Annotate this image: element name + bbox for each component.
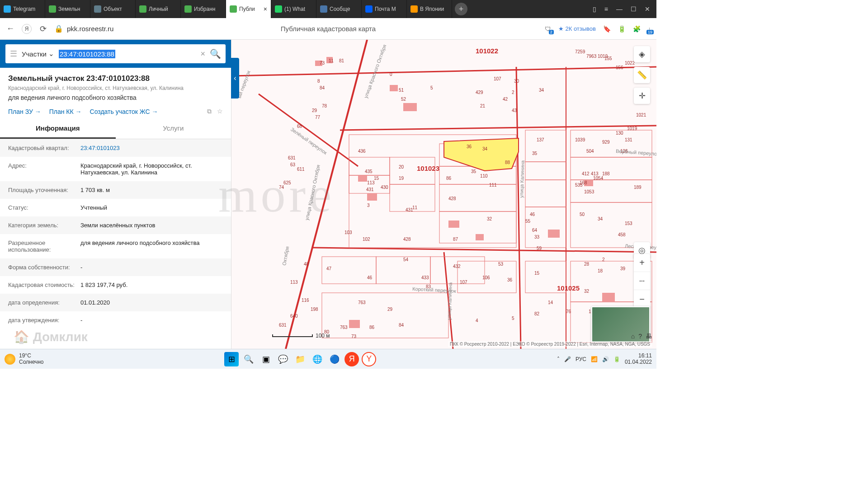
search-type-dropdown[interactable]: Участки ⌄	[22, 50, 54, 58]
lang-indicator[interactable]: РУС	[576, 356, 586, 362]
extension-icon[interactable]: 🧩	[633, 25, 641, 33]
info-key: Разрешенное использование:	[8, 239, 80, 253]
search-input[interactable]: 23:47:0101023:88	[59, 50, 115, 58]
maximize-icon[interactable]: ☐	[631, 5, 637, 13]
info-key: Адрес:	[8, 162, 80, 176]
mic-icon[interactable]: 🎤	[564, 356, 571, 362]
wifi-icon[interactable]: 📶	[591, 356, 598, 362]
svg-text:15: 15	[534, 271, 540, 276]
svg-text:188: 188	[602, 171, 610, 176]
explorer-icon[interactable]: 📁	[293, 352, 307, 366]
help-icon[interactable]: ?	[638, 333, 642, 340]
zoom-out-button[interactable]: −	[634, 290, 650, 308]
battery-icon: 🔋	[618, 25, 626, 33]
info-key: Кадастровая стоимость:	[8, 282, 80, 288]
search-taskbar-icon[interactable]: 🔍	[241, 352, 256, 366]
ruler-icon[interactable]: 📏	[634, 67, 650, 83]
svg-text:101022: 101022	[476, 47, 498, 55]
cadastral-map[interactable]: 731181 82968 05152 58478 77435431 32019 …	[231, 40, 656, 349]
svg-text:87: 87	[453, 237, 458, 242]
back-icon[interactable]: ←	[5, 24, 15, 34]
home-icon[interactable]: ⌂	[631, 333, 635, 340]
svg-text:4: 4	[476, 318, 478, 323]
url-box[interactable]: 🔒 pkk.rosreestr.ru	[54, 24, 113, 33]
new-tab-button[interactable]: +	[455, 3, 467, 15]
yandex-browser-icon[interactable]: Y	[362, 352, 376, 366]
hamburger-icon[interactable]: ☰	[10, 49, 17, 59]
browser-tab-active[interactable]: Публи×	[226, 0, 271, 18]
parcel-title: Земельный участок 23:47:0101023:88	[8, 74, 223, 83]
favorite-icon[interactable]: ☆	[217, 108, 223, 115]
yandex-icon[interactable]: Я	[22, 24, 32, 34]
start-icon[interactable]: ⊞	[224, 352, 239, 366]
info-val: Земли населённых пунктов	[80, 222, 223, 229]
layers-icon[interactable]: ◈	[634, 46, 650, 62]
search-icon[interactable]: 🔍	[210, 48, 221, 59]
reviews-link[interactable]: ★ 2К отзывов	[558, 25, 596, 32]
collapse-sidebar-button[interactable]: ‹	[231, 58, 239, 99]
bookmark-icon[interactable]: 🔖	[603, 25, 611, 33]
edge-icon[interactable]: 🌐	[310, 352, 325, 366]
browser-tab[interactable]: (1) What	[271, 0, 316, 18]
zoom-in-button[interactable]: +	[634, 254, 650, 272]
info-val: -	[80, 264, 223, 271]
svg-rect-39	[367, 193, 377, 201]
reload-icon[interactable]: ⟳	[38, 24, 48, 34]
svg-text:77: 77	[315, 115, 321, 120]
browser-tab[interactable]: Почта M	[362, 0, 407, 18]
info-key: Площадь уточненная:	[8, 187, 80, 193]
svg-rect-45	[349, 320, 360, 328]
browser-tab[interactable]: Объект	[90, 0, 136, 18]
svg-text:48: 48	[304, 262, 309, 267]
plan-kk-link[interactable]: План КК →	[49, 108, 82, 115]
minimize-icon[interactable]: —	[616, 5, 623, 13]
clear-search-icon[interactable]: ×	[200, 49, 205, 59]
tab-services[interactable]: Услуги	[116, 119, 231, 139]
volume-icon[interactable]: 🔊	[602, 356, 609, 362]
shield-icon[interactable]: 🛡	[545, 25, 551, 33]
plan-zu-link[interactable]: План ЗУ →	[8, 108, 41, 115]
copy-icon[interactable]: ⧉	[207, 108, 212, 115]
svg-text:29: 29	[312, 108, 317, 113]
browser-tab[interactable]: Сообще	[316, 0, 362, 18]
svg-text:32: 32	[487, 216, 492, 221]
svg-text:84: 84	[320, 85, 325, 90]
svg-text:53: 53	[498, 262, 504, 267]
create-parcel-link[interactable]: Создать участок ЖС →	[90, 108, 158, 115]
weather-widget[interactable]: 19°CСолнечно	[5, 353, 44, 365]
browser-tab[interactable]: Избранн	[181, 0, 226, 18]
zoom-reset-button[interactable]: ⋯	[634, 272, 650, 290]
tab-info[interactable]: Информация	[0, 119, 116, 139]
svg-text:46: 46	[530, 212, 535, 217]
info-val: Учтенный	[80, 204, 223, 211]
battery-tray-icon[interactable]: 🔋	[613, 356, 620, 362]
svg-text:763: 763	[358, 300, 366, 305]
browser-tab[interactable]: Земельн	[45, 0, 90, 18]
svg-rect-44	[602, 293, 615, 302]
browser-tab[interactable]: В Японии	[407, 0, 452, 18]
close-icon[interactable]: ×	[264, 5, 267, 13]
browser-tab[interactable]: Личный	[136, 0, 181, 18]
svg-text:8: 8	[317, 79, 320, 84]
teams-icon[interactable]: 💬	[276, 352, 290, 366]
svg-text:428: 428	[403, 237, 411, 242]
menu-icon[interactable]: ≡	[604, 5, 608, 13]
svg-text:86: 86	[369, 325, 375, 330]
downloads-icon[interactable]: ↓	[648, 25, 651, 33]
svg-text:2: 2	[512, 90, 514, 95]
locate-icon[interactable]: ✛	[634, 88, 650, 104]
svg-rect-40	[448, 221, 459, 228]
browser-tab[interactable]: Telegram	[0, 0, 45, 18]
info-val[interactable]: 23:47:0101023	[80, 145, 223, 151]
taskview-icon[interactable]: ▣	[259, 352, 273, 366]
print-icon[interactable]: 🖶	[646, 333, 652, 340]
close-window-icon[interactable]: ✕	[645, 5, 650, 13]
sidebar-toggle-icon[interactable]: ▯	[593, 5, 596, 13]
chevron-up-icon[interactable]: ˄	[557, 356, 560, 362]
info-key: Форма собственности:	[8, 264, 80, 271]
chrome-icon[interactable]: 🔵	[327, 352, 342, 366]
clock[interactable]: 16:11 01.04.2022	[625, 353, 652, 365]
svg-text:412: 412	[582, 171, 590, 176]
svg-text:29: 29	[387, 307, 393, 312]
yandex-red-icon[interactable]: Я	[344, 352, 359, 366]
